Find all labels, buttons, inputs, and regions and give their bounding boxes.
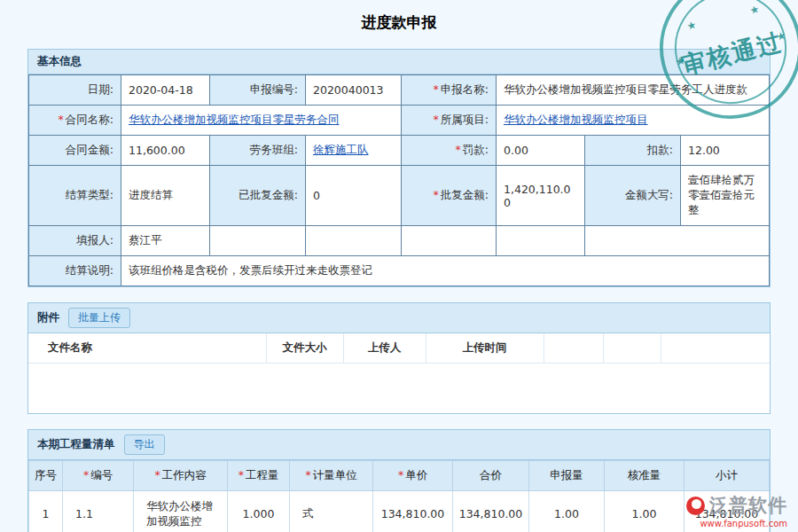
cell-work-content: 华软办公楼增加视频监控 [134, 490, 228, 532]
basic-info-row-3: 合同金额: 11,600.00 劳务班组: 徐辉施工队 *罚款: 0.00 扣款… [29, 136, 770, 166]
approved-amount-value: 1,420,110.00 [497, 166, 585, 226]
col-unit-price: *单价 [373, 460, 453, 490]
project-cell: 华软办公楼增加视频监控项目 [497, 106, 770, 136]
col-file-name: 文件名称 [28, 333, 266, 364]
column-label: 工程量 [246, 468, 279, 481]
basic-info-title: 基本信息 [37, 54, 82, 69]
labor-team-link[interactable]: 徐辉施工队 [313, 143, 369, 156]
column-label: 工作内容 [162, 468, 207, 481]
required-marker: * [456, 143, 461, 156]
required-marker: * [434, 113, 439, 126]
field-label: 批复金额: [441, 188, 489, 201]
field-label: 申报编号: [250, 82, 298, 96]
basic-info-row-1: 日期: 2020-04-18 申报编号: 2020040013 *申报名称: 华… [29, 75, 770, 106]
col-empty [603, 333, 661, 364]
col-subtotal: 小计 [685, 460, 770, 490]
settle-note-value: 该班组价格是含税价，发票后续开过来走收票登记 [121, 256, 770, 286]
contract-name-label: *合同名称: [29, 106, 121, 136]
cell-quantity: 1.000 [228, 490, 290, 532]
required-marker: * [59, 113, 64, 126]
column-label: 申报量 [550, 468, 583, 481]
field-label: 日期: [88, 82, 113, 96]
column-label: 合价 [480, 468, 502, 481]
attachments-header: 附件 批量上传 [28, 303, 770, 333]
quantity-list-title: 本期工程量清单 [37, 437, 115, 452]
field-label: 所属项目: [441, 113, 489, 126]
field-label: 填报人: [76, 233, 113, 246]
deduction-label: 扣款: [585, 136, 681, 166]
field-label: 结算类型: [66, 188, 113, 201]
quantity-list-panel: 本期工程量清单 导出 序号 *编号 *工作内容 *工程量 *计量单位 *单价 合… [27, 429, 771, 532]
quantity-list-table: 序号 *编号 *工作内容 *工程量 *计量单位 *单价 合价 申报量 核准量 小… [28, 460, 770, 532]
basic-info-row-6: 结算说明: 该班组价格是含税价，发票后续开过来走收票登记 [29, 256, 770, 286]
contract-amount-label: 合同金额: [29, 136, 121, 166]
required-marker: * [434, 82, 439, 96]
penalty-value: 0.00 [497, 136, 585, 166]
cell-code: 1.1 [63, 490, 134, 532]
quantity-row-1: 1 1.1 华软办公楼增加视频监控 1.000 式 134,810.00 134… [29, 490, 770, 532]
reporter-label: 填报人: [29, 226, 121, 256]
cell-declared-qty: 1.00 [529, 490, 605, 532]
col-quantity: *工程量 [228, 460, 290, 490]
required-marker: * [434, 188, 439, 201]
attachments-table: 文件名称 文件大小 上传人 上传时间 [28, 333, 770, 413]
field-label: 扣款: [647, 143, 673, 156]
required-marker: * [305, 468, 310, 481]
date-value: 2020-04-18 [121, 75, 210, 106]
col-declared-qty: 申报量 [529, 460, 605, 490]
column-label: 序号 [35, 468, 57, 481]
field-label: 金额大写: [625, 188, 673, 201]
attachments-header-row: 文件名称 文件大小 上传人 上传时间 [28, 333, 770, 364]
contract-name-link[interactable]: 华软办公楼增加视频监控项目零星劳务合同 [129, 113, 340, 126]
contract-name-cell: 华软办公楼增加视频监控项目零星劳务合同 [121, 106, 402, 136]
empty-cell [497, 226, 585, 256]
page-title: 进度款申报 [0, 0, 798, 33]
basic-info-table: 日期: 2020-04-18 申报编号: 2020040013 *申报名称: 华… [28, 74, 770, 286]
field-label: 合同名称: [66, 113, 113, 126]
amount-words-label: 金额大写: [585, 166, 681, 226]
cell-approved-qty: 1.00 [605, 490, 685, 532]
field-label: 合同金额: [66, 143, 113, 156]
settle-type-value: 进度结算 [121, 166, 210, 226]
declaration-no-label: 申报编号: [210, 75, 306, 106]
column-label: 计量单位 [313, 468, 357, 481]
basic-info-header: 基本信息 [28, 50, 770, 74]
export-button[interactable]: 导出 [124, 434, 165, 455]
column-label: 核准量 [628, 468, 661, 481]
reporter-value: 蔡江平 [121, 226, 210, 256]
col-code: *编号 [63, 460, 134, 490]
quantity-list-header: 本期工程量清单 导出 [28, 430, 770, 460]
column-label: 编号 [90, 468, 113, 481]
project-label: *所属项目: [402, 106, 497, 136]
attachments-empty-area [28, 364, 770, 413]
attachments-panel: 附件 批量上传 文件名称 文件大小 上传人 上传时间 [27, 302, 771, 414]
empty-cell [585, 226, 770, 256]
col-work-content: *工作内容 [134, 460, 228, 490]
batch-upload-button[interactable]: 批量上传 [68, 308, 130, 328]
cell-unit-price: 134,810.00 [373, 490, 453, 532]
empty-cell [28, 364, 770, 413]
amount-words-value: 壹佰肆拾贰万零壹佰壹拾元整 [681, 166, 770, 226]
project-link[interactable]: 华软办公楼增加视频监控项目 [504, 113, 648, 126]
field-label: 申报名称: [441, 82, 489, 96]
labor-team-label: 劳务班组: [210, 136, 306, 166]
field-label: 罚款: [463, 143, 489, 156]
field-label: 劳务班组: [250, 143, 298, 156]
field-label: 结算说明: [66, 263, 113, 277]
cell-total-price: 134,810.00 [453, 490, 529, 532]
quantity-header-row: 序号 *编号 *工作内容 *工程量 *计量单位 *单价 合价 申报量 核准量 小… [29, 460, 770, 490]
declaration-no-value: 2020040013 [306, 75, 402, 106]
cell-subtotal: 134,810.00 [685, 490, 770, 532]
basic-info-row-5: 填报人: 蔡江平 [29, 226, 770, 256]
approved-amount-label: *批复金额: [402, 166, 497, 226]
col-file-size: 文件大小 [266, 333, 343, 364]
basic-info-row-2: *合同名称: 华软办公楼增加视频监控项目零星劳务合同 *所属项目: 华软办公楼增… [29, 106, 770, 136]
column-label: 小计 [716, 468, 738, 481]
column-label: 单价 [405, 468, 427, 481]
col-upload-time: 上传时间 [426, 333, 544, 364]
settle-type-label: 结算类型: [29, 166, 121, 226]
cell-seq: 1 [29, 490, 63, 532]
col-unit: *计量单位 [290, 460, 373, 490]
required-marker: * [83, 468, 89, 481]
approved-prev-value: 0 [306, 166, 402, 226]
